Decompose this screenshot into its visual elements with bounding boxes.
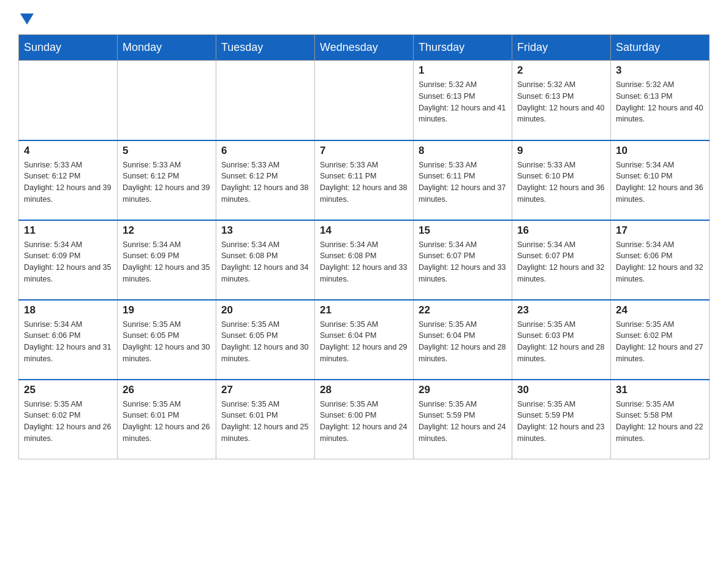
calendar-cell: 31Sunrise: 5:35 AMSunset: 5:58 PMDayligh… (611, 380, 710, 459)
day-info: Sunrise: 5:35 AMSunset: 6:05 PMDaylight:… (123, 319, 211, 365)
day-info: Sunrise: 5:35 AMSunset: 6:04 PMDaylight:… (320, 319, 408, 365)
calendar-cell: 8Sunrise: 5:33 AMSunset: 6:11 PMDaylight… (414, 140, 512, 220)
day-info: Sunrise: 5:33 AMSunset: 6:12 PMDaylight:… (24, 159, 112, 205)
calendar-cell: 11Sunrise: 5:34 AMSunset: 6:09 PMDayligh… (19, 220, 118, 300)
calendar-week-row: 25Sunrise: 5:35 AMSunset: 6:02 PMDayligh… (19, 380, 710, 459)
day-number: 1 (419, 64, 507, 77)
day-number: 2 (517, 64, 605, 77)
day-info: Sunrise: 5:35 AMSunset: 6:03 PMDaylight:… (517, 319, 605, 365)
calendar-cell: 18Sunrise: 5:34 AMSunset: 6:06 PMDayligh… (19, 300, 118, 380)
calendar-cell: 27Sunrise: 5:35 AMSunset: 6:01 PMDayligh… (216, 380, 315, 459)
day-number: 13 (221, 224, 309, 237)
day-number: 9 (517, 145, 605, 157)
day-number: 17 (616, 224, 704, 237)
calendar-cell: 7Sunrise: 5:33 AMSunset: 6:11 PMDaylight… (315, 140, 414, 220)
day-info: Sunrise: 5:34 AMSunset: 6:09 PMDaylight:… (24, 239, 112, 285)
calendar-cell: 26Sunrise: 5:35 AMSunset: 6:01 PMDayligh… (118, 380, 216, 459)
day-number: 23 (517, 304, 605, 316)
day-info: Sunrise: 5:34 AMSunset: 6:08 PMDaylight:… (320, 239, 408, 285)
calendar-cell: 10Sunrise: 5:34 AMSunset: 6:10 PMDayligh… (611, 140, 710, 220)
calendar-cell: 4Sunrise: 5:33 AMSunset: 6:12 PMDaylight… (19, 140, 118, 220)
calendar-cell (19, 61, 118, 140)
calendar-cell: 30Sunrise: 5:35 AMSunset: 5:59 PMDayligh… (512, 380, 611, 459)
calendar-cell: 16Sunrise: 5:34 AMSunset: 6:07 PMDayligh… (512, 220, 611, 300)
day-number: 4 (24, 145, 112, 157)
calendar-cell: 13Sunrise: 5:34 AMSunset: 6:08 PMDayligh… (216, 220, 315, 300)
day-info: Sunrise: 5:32 AMSunset: 6:13 PMDaylight:… (616, 79, 704, 125)
day-info: Sunrise: 5:33 AMSunset: 6:12 PMDaylight:… (221, 159, 309, 205)
logo-triangle-icon (20, 13, 34, 25)
day-info: Sunrise: 5:35 AMSunset: 6:00 PMDaylight:… (320, 399, 408, 445)
column-header-tuesday: Tuesday (216, 35, 315, 61)
day-info: Sunrise: 5:34 AMSunset: 6:10 PMDaylight:… (616, 159, 704, 205)
calendar-cell: 14Sunrise: 5:34 AMSunset: 6:08 PMDayligh… (315, 220, 414, 300)
calendar-cell (315, 61, 414, 140)
calendar-cell (216, 61, 315, 140)
day-info: Sunrise: 5:35 AMSunset: 6:01 PMDaylight:… (123, 399, 211, 445)
column-header-thursday: Thursday (414, 35, 512, 61)
day-number: 15 (419, 224, 507, 237)
calendar-week-row: 11Sunrise: 5:34 AMSunset: 6:09 PMDayligh… (19, 220, 710, 300)
day-info: Sunrise: 5:35 AMSunset: 5:58 PMDaylight:… (616, 399, 704, 445)
calendar-cell: 1Sunrise: 5:32 AMSunset: 6:13 PMDaylight… (414, 61, 512, 140)
day-number: 26 (123, 384, 211, 396)
column-header-friday: Friday (512, 35, 611, 61)
day-number: 22 (419, 304, 507, 316)
day-number: 29 (419, 384, 507, 396)
day-info: Sunrise: 5:34 AMSunset: 6:06 PMDaylight:… (24, 319, 112, 365)
column-header-sunday: Sunday (19, 35, 118, 61)
day-info: Sunrise: 5:34 AMSunset: 6:08 PMDaylight:… (221, 239, 309, 285)
day-number: 20 (221, 304, 309, 316)
day-info: Sunrise: 5:35 AMSunset: 6:02 PMDaylight:… (616, 319, 704, 365)
day-number: 30 (517, 384, 605, 396)
day-number: 5 (123, 145, 211, 157)
calendar-cell: 15Sunrise: 5:34 AMSunset: 6:07 PMDayligh… (414, 220, 512, 300)
day-info: Sunrise: 5:35 AMSunset: 6:01 PMDaylight:… (221, 399, 309, 445)
calendar-cell: 6Sunrise: 5:33 AMSunset: 6:12 PMDaylight… (216, 140, 315, 220)
column-header-wednesday: Wednesday (315, 35, 414, 61)
day-info: Sunrise: 5:33 AMSunset: 6:11 PMDaylight:… (320, 159, 408, 205)
day-info: Sunrise: 5:35 AMSunset: 6:02 PMDaylight:… (24, 399, 112, 445)
column-header-monday: Monday (118, 35, 216, 61)
day-number: 10 (616, 145, 704, 157)
calendar-cell: 25Sunrise: 5:35 AMSunset: 6:02 PMDayligh… (19, 380, 118, 459)
calendar-header-row: SundayMondayTuesdayWednesdayThursdayFrid… (19, 35, 710, 61)
day-number: 16 (517, 224, 605, 237)
calendar-cell: 9Sunrise: 5:33 AMSunset: 6:10 PMDaylight… (512, 140, 611, 220)
day-info: Sunrise: 5:34 AMSunset: 6:09 PMDaylight:… (123, 239, 211, 285)
day-info: Sunrise: 5:33 AMSunset: 6:10 PMDaylight:… (517, 159, 605, 205)
logo (18, 12, 34, 22)
day-number: 12 (123, 224, 211, 237)
calendar-cell: 22Sunrise: 5:35 AMSunset: 6:04 PMDayligh… (414, 300, 512, 380)
day-number: 27 (221, 384, 309, 396)
calendar-week-row: 1Sunrise: 5:32 AMSunset: 6:13 PMDaylight… (19, 61, 710, 140)
day-number: 3 (616, 64, 704, 77)
day-info: Sunrise: 5:34 AMSunset: 6:07 PMDaylight:… (517, 239, 605, 285)
day-number: 11 (24, 224, 112, 237)
calendar-cell (118, 61, 216, 140)
day-number: 18 (24, 304, 112, 316)
day-info: Sunrise: 5:33 AMSunset: 6:11 PMDaylight:… (419, 159, 507, 205)
day-number: 28 (320, 384, 408, 396)
day-number: 25 (24, 384, 112, 396)
calendar-cell: 21Sunrise: 5:35 AMSunset: 6:04 PMDayligh… (315, 300, 414, 380)
day-number: 19 (123, 304, 211, 316)
day-info: Sunrise: 5:32 AMSunset: 6:13 PMDaylight:… (517, 79, 605, 125)
calendar-cell: 19Sunrise: 5:35 AMSunset: 6:05 PMDayligh… (118, 300, 216, 380)
calendar-week-row: 4Sunrise: 5:33 AMSunset: 6:12 PMDaylight… (19, 140, 710, 220)
calendar-cell: 28Sunrise: 5:35 AMSunset: 6:00 PMDayligh… (315, 380, 414, 459)
calendar-cell: 17Sunrise: 5:34 AMSunset: 6:06 PMDayligh… (611, 220, 710, 300)
day-number: 24 (616, 304, 704, 316)
day-info: Sunrise: 5:35 AMSunset: 6:05 PMDaylight:… (221, 319, 309, 365)
calendar-cell: 24Sunrise: 5:35 AMSunset: 6:02 PMDayligh… (611, 300, 710, 380)
day-info: Sunrise: 5:35 AMSunset: 5:59 PMDaylight:… (517, 399, 605, 445)
day-number: 21 (320, 304, 408, 316)
day-number: 14 (320, 224, 408, 237)
day-info: Sunrise: 5:32 AMSunset: 6:13 PMDaylight:… (419, 79, 507, 125)
day-info: Sunrise: 5:35 AMSunset: 5:59 PMDaylight:… (419, 399, 507, 445)
day-info: Sunrise: 5:35 AMSunset: 6:04 PMDaylight:… (419, 319, 507, 365)
calendar-cell: 5Sunrise: 5:33 AMSunset: 6:12 PMDaylight… (118, 140, 216, 220)
svg-marker-0 (20, 13, 34, 25)
day-info: Sunrise: 5:33 AMSunset: 6:12 PMDaylight:… (123, 159, 211, 205)
day-info: Sunrise: 5:34 AMSunset: 6:06 PMDaylight:… (616, 239, 704, 285)
